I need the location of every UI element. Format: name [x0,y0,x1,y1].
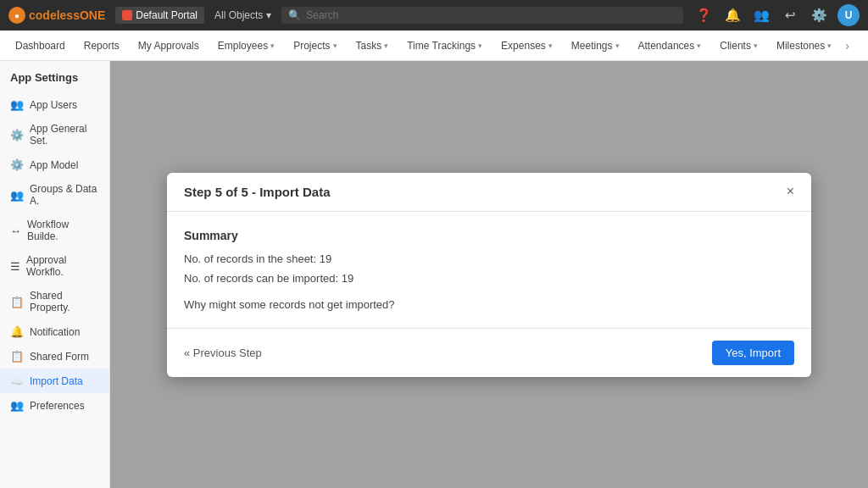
logo: ● codelessONE [8,7,105,24]
notification-icon: 🔔 [10,325,24,338]
modal-title: Step 5 of 5 - Import Data [184,185,331,199]
workflow-icon: ↔️ [10,225,21,237]
property-icon: 📋 [10,296,24,308]
nav-tasks[interactable]: Tasks▾ [348,35,398,57]
form-icon: 📋 [10,350,24,363]
avatar[interactable]: U [837,4,860,26]
chevron-down-icon: ▾ [615,42,620,50]
sidebar-item-preferences[interactable]: 👥 Preferences [0,393,109,418]
history-icon[interactable]: ↩ [780,5,800,25]
nav-milestones[interactable]: Milestones▾ [768,35,840,57]
sidebar-item-shared-property[interactable]: 📋 Shared Property. [0,284,109,319]
summary-title: Summary [184,229,794,242]
modal-body: Summary No. of records in the sheet: 19 … [167,212,811,328]
nav-clients[interactable]: Clients▾ [711,35,766,57]
sidebar-item-workflow-builder[interactable]: ↔️ Workflow Builde. [0,213,109,248]
logo-icon: ● [8,7,25,24]
modal-header: Step 5 of 5 - Import Data × [167,173,811,212]
portal-button[interactable]: Default Portal [115,7,204,24]
sidebar-item-approval-workflow[interactable]: ☰ Approval Workflo. [0,248,109,284]
nav-attendances[interactable]: Attendances▾ [630,35,710,57]
sidebar-item-shared-form[interactable]: 📋 Shared Form [0,344,109,369]
sidebar-title: App Settings [0,71,109,92]
settings-icon[interactable]: ⚙️ [809,5,829,25]
main-content: App Settings 👥 App Users ⚙️ App General … [0,61,868,488]
modal-overlay: Step 5 of 5 - Import Data × Summary No. … [110,61,868,488]
nav-reports[interactable]: Reports [75,35,128,57]
chevron-down-icon: ▾ [333,42,337,50]
sidebar-item-notification[interactable]: 🔔 Notification [0,319,109,344]
nav-expenses[interactable]: Expenses▾ [492,35,561,57]
nav-more[interactable]: › [842,36,853,56]
sidebar: App Settings 👥 App Users ⚙️ App General … [0,61,110,488]
sidebar-item-import-data[interactable]: ☁️ Import Data [0,369,109,393]
search-input[interactable] [306,9,676,21]
chevron-down-icon: ▾ [548,42,553,50]
why-link[interactable]: Why might some records not get imported? [184,298,794,311]
logo-text: codelessONE [29,8,105,22]
chevron-down-icon: ▾ [478,42,482,50]
chevron-down-icon: ▾ [697,42,701,50]
import-data-modal: Step 5 of 5 - Import Data × Summary No. … [167,173,811,377]
chevron-down-icon: ▾ [754,42,758,50]
nav-dashboard[interactable]: Dashboard [7,35,74,57]
yes-import-button[interactable]: Yes, Import [712,341,794,365]
search-bar[interactable]: 🔍 [281,7,683,24]
nav-employees[interactable]: Employees▾ [209,35,283,57]
nav-time-trackings[interactable]: Time Trackings▾ [398,35,491,57]
sidebar-item-app-model[interactable]: ⚙️ App Model [0,152,109,177]
chevron-down-icon: ▾ [384,42,388,50]
records-importable-row: No. of records can be imported: 19 [184,272,794,285]
all-objects-button[interactable]: All Objects ▾ [214,9,271,21]
users-icon: 👥 [10,98,24,111]
groups-icon: 👥 [10,189,24,202]
nav-meetings[interactable]: Meetings▾ [563,35,628,57]
nav-bar: Dashboard Reports My Approvals Employees… [0,30,868,61]
modal-close-button[interactable]: × [787,185,794,198]
modal-footer: « Previous Step Yes, Import [167,328,811,377]
help-icon[interactable]: ❓ [693,5,714,25]
chevron-down-icon: ▾ [270,42,275,50]
nav-projects[interactable]: Projects▾ [285,35,345,57]
approval-icon: ☰ [10,260,20,273]
users-icon[interactable]: 👥 [751,5,771,25]
cloud-icon: ☁️ [10,374,24,387]
chevron-down-icon: ▾ [266,9,271,21]
portal-icon [122,10,132,20]
top-bar: ● codelessONE Default Portal All Objects… [0,0,868,30]
top-icons: ❓ 🔔 👥 ↩ ⚙️ U [693,4,860,26]
sidebar-item-groups-data[interactable]: 👥 Groups & Data A. [0,177,109,213]
preferences-icon: 👥 [10,399,24,412]
sidebar-item-app-users[interactable]: 👥 App Users [0,92,109,117]
previous-step-button[interactable]: « Previous Step [184,347,262,359]
chevron-down-icon: ▾ [827,42,832,50]
sidebar-item-app-general-settings[interactable]: ⚙️ App General Set. [0,117,109,152]
nav-my-approvals[interactable]: My Approvals [130,35,208,57]
search-icon: 🔍 [288,9,301,21]
gear-icon: ⚙️ [10,158,24,171]
records-in-sheet-row: No. of records in the sheet: 19 [184,252,794,265]
notification-icon[interactable]: 🔔 [722,5,743,25]
gear-icon: ⚙️ [10,129,24,141]
page-area: Step 5 of 5 - Import Data × Summary No. … [110,61,868,488]
